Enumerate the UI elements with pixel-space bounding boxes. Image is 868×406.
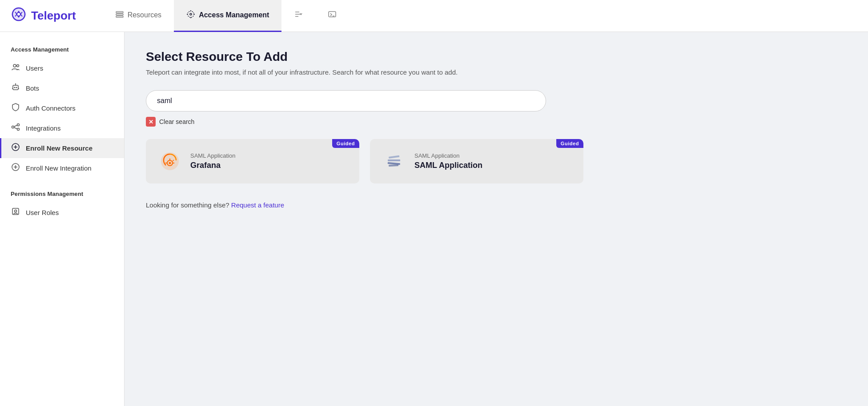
search-input[interactable] [146, 90, 546, 111]
sidebar-item-users[interactable]: Users [0, 58, 124, 78]
sidebar-section-permissions: Permissions Management [0, 187, 124, 203]
svg-rect-2 [116, 12, 123, 13]
svg-rect-3 [116, 14, 123, 15]
svg-rect-14 [329, 12, 336, 17]
access-management-icon [186, 10, 195, 21]
card-type-saml: SAML Application [414, 152, 482, 159]
sidebar-item-integrations-label: Integrations [26, 124, 60, 132]
svg-point-20 [16, 87, 17, 88]
svg-rect-41 [388, 159, 400, 161]
cards-grid: Guided SAML Application Grafana [146, 139, 847, 183]
sidebar-section-access: Access Management [0, 43, 124, 58]
search-input-wrapper [146, 90, 546, 111]
tab-resources-label: Resources [128, 11, 161, 19]
card-name-saml: SAML Application [414, 161, 482, 170]
card-saml-application[interactable]: Guided SAML Application SAML Application [370, 139, 583, 183]
bots-icon [11, 83, 20, 94]
sidebar-item-enroll-resource-label: Enroll New Resource [26, 144, 92, 152]
clear-icon: ✕ [146, 117, 156, 127]
card-info-grafana: SAML Application Grafana [190, 152, 235, 170]
top-navigation: Teleport Resources [0, 0, 868, 32]
card-grafana[interactable]: Guided SAML Application Grafana [146, 139, 359, 183]
logo-text: Teleport [31, 9, 76, 23]
tab-terminal[interactable] [315, 0, 349, 32]
logo-icon [11, 6, 27, 26]
enroll-integration-icon [11, 163, 20, 174]
clear-search-button[interactable]: ✕ Clear search [146, 117, 847, 127]
sidebar-item-enroll-integration-label: Enroll New Integration [26, 164, 92, 172]
clear-search-label: Clear search [159, 118, 194, 125]
svg-point-26 [17, 124, 20, 126]
svg-point-40 [169, 162, 171, 164]
tab-activity[interactable] [281, 0, 315, 32]
page-subtitle: Teleport can integrate into most, if not… [146, 68, 847, 76]
card-type-grafana: SAML Application [190, 152, 235, 159]
sidebar-item-users-label: Users [26, 64, 43, 72]
sidebar-item-bots-label: Bots [26, 84, 39, 92]
svg-rect-18 [13, 85, 18, 90]
sidebar: Access Management Users [0, 32, 125, 406]
sidebar-item-integrations[interactable]: Integrations [0, 118, 124, 138]
svg-point-6 [188, 11, 194, 17]
enroll-resource-icon [11, 143, 20, 154]
search-container: ✕ Clear search [146, 90, 847, 127]
nav-tabs: Resources Access Management [103, 0, 350, 32]
svg-point-22 [15, 84, 16, 84]
tab-access-management[interactable]: Access Management [174, 0, 281, 32]
bottom-text: Looking for something else? Request a fe… [146, 201, 847, 209]
sidebar-item-user-roles-label: User Roles [26, 209, 59, 216]
looking-for-text: Looking for something else? [146, 201, 229, 209]
card-name-grafana: Grafana [190, 161, 235, 170]
guided-badge-saml: Guided [556, 139, 583, 148]
sidebar-item-auth-connectors[interactable]: Auth Connectors [0, 98, 124, 118]
sidebar-item-user-roles[interactable]: User Roles [0, 203, 124, 223]
activity-icon [294, 10, 303, 21]
svg-line-29 [14, 127, 17, 129]
resources-icon [115, 10, 124, 21]
shield-icon [11, 103, 20, 114]
guided-badge-grafana: Guided [332, 139, 359, 148]
svg-point-16 [13, 64, 16, 67]
svg-point-17 [17, 65, 19, 67]
main-content: Select Resource To Add Teleport can inte… [125, 32, 868, 406]
svg-rect-44 [389, 164, 398, 167]
sidebar-item-auth-connectors-label: Auth Connectors [26, 104, 76, 112]
sidebar-item-enroll-resource[interactable]: Enroll New Resource [0, 138, 124, 158]
svg-rect-36 [12, 208, 19, 215]
svg-point-25 [12, 126, 14, 128]
page-title: Select Resource To Add [146, 50, 847, 64]
tab-access-management-label: Access Management [199, 11, 269, 19]
svg-rect-4 [116, 16, 123, 17]
svg-point-27 [17, 128, 20, 131]
request-feature-link[interactable]: Request a feature [231, 201, 284, 209]
svg-point-1 [17, 13, 20, 16]
svg-point-37 [15, 210, 17, 212]
svg-point-5 [190, 13, 192, 15]
sidebar-item-enroll-integration[interactable]: Enroll New Integration [0, 158, 124, 178]
saml-application-icon [382, 150, 406, 173]
user-roles-icon [11, 207, 20, 218]
integrations-icon [11, 123, 20, 134]
tab-resources[interactable]: Resources [103, 0, 174, 32]
users-icon [11, 63, 20, 74]
svg-rect-42 [389, 155, 399, 159]
logo[interactable]: Teleport [11, 6, 76, 26]
grafana-icon [158, 150, 181, 173]
svg-line-28 [14, 125, 17, 127]
main-layout: Access Management Users [0, 32, 868, 406]
card-info-saml: SAML Application SAML Application [414, 152, 482, 170]
sidebar-item-bots[interactable]: Bots [0, 78, 124, 98]
terminal-icon [328, 10, 337, 21]
svg-point-19 [14, 87, 16, 88]
